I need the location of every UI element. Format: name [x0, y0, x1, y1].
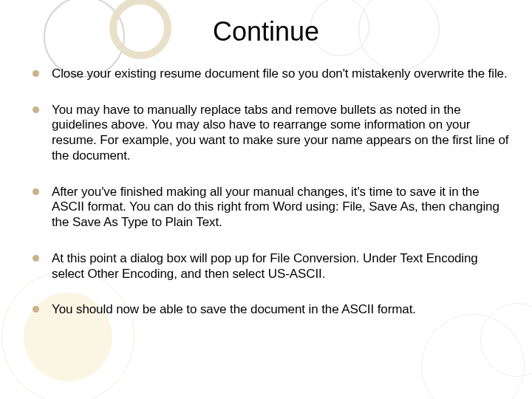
- list-item: At this point a dialog box will pop up f…: [33, 251, 510, 282]
- bullet-list: Close your existing resume document file…: [33, 66, 510, 318]
- page-title: Continue: [0, 16, 532, 47]
- content-area: Close your existing resume document file…: [33, 66, 510, 338]
- list-item: You should now be able to save the docum…: [33, 302, 510, 318]
- list-item: After you've finished making all your ma…: [33, 185, 510, 231]
- list-item: Close your existing resume document file…: [33, 66, 510, 82]
- list-item: You may have to manually replace tabs an…: [33, 103, 510, 164]
